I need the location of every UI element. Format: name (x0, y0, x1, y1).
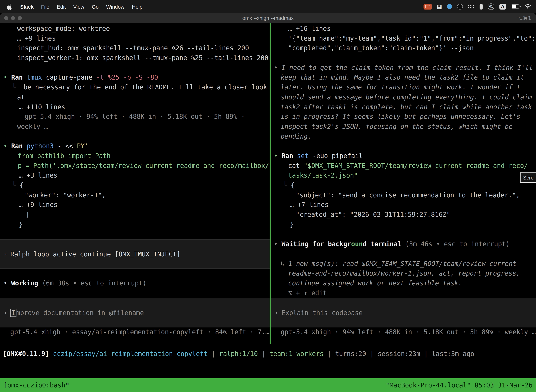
menu-edit[interactable]: Edit (53, 4, 69, 9)
menubar-app-name[interactable]: Slack (16, 4, 37, 9)
text-segment: 1 new msg(s): read $OMX_TEAM_STATE_ROOT/… (288, 260, 520, 267)
text-segment: "created_at": "2026-03-31T11:59:27.816Z" (296, 211, 450, 218)
blank-line (271, 53, 536, 63)
text-segment: continue assigned work or next feasible … (288, 280, 462, 287)
terminal-line: • Ran set -euo pipefail (271, 151, 536, 161)
terminal-line: is in progress? It seems likely but perh… (271, 112, 536, 122)
tmux-host-clock-label: "MacBook-Pro-44.local" 05:03 31-Mar-26 (386, 382, 532, 389)
terminal-pane-left[interactable]: workspace_mode: worktree … +9 lines insp… (0, 24, 270, 337)
close-button[interactable] (4, 16, 8, 20)
tmux-session-label: [omx-cczip0:bash* (3, 382, 69, 389)
blank-line (271, 249, 536, 259)
menu-window[interactable]: Window (102, 4, 128, 9)
prompt-input-left-placeholder[interactable]: › Improve documentation in @filename (0, 298, 270, 327)
text-segment: readme-and-reco/mailbox/worker-1.json, a… (288, 270, 520, 277)
screen: Slack File Edit View Go Window Help ▦ 61… (0, 0, 536, 392)
text-segment: '{"team_name":"my-team","task_id":"1","f… (288, 35, 536, 42)
prompt-input-right-placeholder[interactable]: › Explain this codebase (271, 298, 536, 327)
terminal-line: └ { (0, 181, 270, 190)
prompt-input-left[interactable]: › Ralph loop active continue [OMX_TMUX_I… (0, 239, 270, 269)
text-segment: tmux (27, 74, 42, 81)
zoom-button[interactable] (18, 16, 22, 20)
menu-help[interactable]: Help (128, 4, 146, 9)
text-segment: pending. (281, 133, 312, 140)
text-segment: -t %25 -p -S -80 (96, 74, 158, 81)
pane-divider[interactable] (270, 23, 271, 344)
text-segment: | (366, 350, 378, 357)
text-segment: inspect_hud: omx sparkshell --tmux-pane … (17, 44, 249, 52)
terminal-line: gpt-5.4 xhigh · 94% left · 488K in · 5.1… (0, 112, 270, 122)
blank-line (0, 131, 270, 141)
text-segment: inspect_worker-1: omx sparkshell --tmux-… (17, 54, 268, 61)
text-segment: workspace_mode: worktree (17, 25, 110, 32)
menu-view[interactable]: View (69, 4, 88, 9)
prompt-placeholder-text: Explain this codebase (281, 309, 363, 317)
text-segment: last:3m ago (432, 350, 474, 357)
text-segment: cat (288, 162, 304, 169)
prompt-chevron-icon: › (0, 250, 7, 258)
terminal-line: tasks/task-2.json" (271, 171, 536, 181)
terminal-line: "subject": "send a concise recommendatio… (271, 190, 536, 200)
blank-line (0, 63, 270, 73)
text-segment: team:1 workers (269, 350, 324, 357)
terminal-pane-right[interactable]: … +16 lines '{"team_name":"my-team","tas… (271, 24, 536, 337)
pill-app-icon[interactable] (479, 4, 483, 9)
text-segment: tasks/task-2.json" (288, 172, 358, 179)
terminal-line: … +9 lines (0, 34, 270, 44)
text-segment: -euo pipefail (309, 152, 363, 159)
menu-go[interactable]: Go (88, 4, 103, 9)
terminal-line: should send a message before completing … (271, 92, 536, 102)
menubar-status-icons: ▦ 61 A (423, 3, 531, 10)
text-segment: (6m 38s • esc to interrupt) (42, 280, 146, 287)
text-segment: at (17, 93, 25, 101)
omx-status-line: [OMX#0.11.9] cczip/essay/ai-reimplementa… (0, 349, 536, 359)
terminal[interactable]: workspace_mode: worktree … +9 lines insp… (0, 23, 536, 392)
minimize-button[interactable] (11, 16, 15, 20)
terminal-line: • I need to get the claim token from the… (271, 63, 536, 73)
text-segment: later. Using the same for transition mig… (281, 84, 520, 91)
menu-file[interactable]: File (37, 4, 53, 9)
text-segment: … +3 lines (19, 172, 57, 179)
waiting-status-line: • Waiting for background terminal (3m 46… (271, 239, 536, 249)
dots-app-icon[interactable] (468, 5, 474, 8)
text-segment: inspect task2's JSON, focusing on the st… (281, 123, 513, 130)
screen-share-popup: Scre (520, 173, 536, 183)
pane-footer-status: gpt-5.4 xhigh · essay/ai-reimplementatio… (0, 327, 270, 337)
prompt-chevron-icon: › (0, 309, 7, 317)
text-segment: Explain this codebase (281, 309, 363, 317)
grid-app-icon[interactable]: ▦ (437, 3, 442, 10)
text-segment: └ (283, 182, 291, 189)
terminal-line: … +3 lines (0, 171, 270, 181)
text-segment: … +9 lines (17, 35, 56, 42)
text-segment: session:23m (378, 350, 420, 357)
input-source-icon[interactable]: A (499, 4, 506, 9)
screen-recording-indicator-icon[interactable] (423, 4, 432, 9)
text-segment: • (274, 240, 282, 248)
blue-app-icon[interactable] (447, 4, 452, 9)
text-segment: should send a message before completing … (281, 93, 532, 101)
terminal-line: later. Using the same for transition mig… (271, 83, 536, 93)
battery-icon[interactable] (511, 5, 519, 9)
terminal-line: weekly … (0, 122, 270, 132)
text-segment: | (208, 350, 219, 357)
apple-menu-icon[interactable] (5, 3, 16, 10)
text-segment: | (420, 350, 432, 357)
text-segment: Ran (11, 74, 27, 81)
text-segment: I need to get the claim token from the c… (282, 64, 533, 71)
text-segment: { (291, 182, 295, 189)
battery-percent-icon[interactable]: 61 (488, 3, 494, 10)
text-segment: } (290, 221, 294, 228)
text-segment: … +9 lines (19, 201, 57, 209)
terminal-line: inspect task2's JSON, focusing on the st… (271, 122, 536, 132)
text-segment: ralph:1/10 (219, 350, 258, 357)
window-titlebar[interactable]: omx --xhigh --madmax ⌥⌘1 (0, 13, 536, 23)
menubar: Slack File Edit View Go Window Help ▦ 61… (0, 0, 536, 13)
text-segment: "subject": "send a concise recommendatio… (296, 191, 520, 199)
wifi-icon[interactable] (524, 4, 531, 9)
text-segment: oun (351, 240, 363, 248)
terminal-line: ] (0, 210, 270, 220)
text-segment: I (10, 309, 16, 317)
text-segment: • (274, 64, 282, 71)
text-segment: - << (54, 142, 73, 150)
terminal-app-icon[interactable] (457, 4, 463, 9)
